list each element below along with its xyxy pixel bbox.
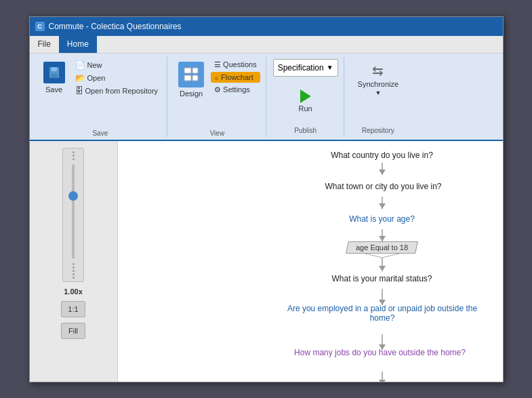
view-buttons: ☰ Questions ⬦ Flowchart ⚙ Settings: [211, 59, 260, 96]
open-from-repository-button[interactable]: 🗄 Open from Repository: [72, 85, 162, 97]
zoom-fill-button[interactable]: Fill: [61, 323, 85, 339]
main-content: 1.00x 1:1 Fill: [30, 141, 503, 382]
synchronize-button[interactable]: ⇆ Synchronize ▼: [351, 59, 406, 100]
svg-rect-2: [51, 74, 58, 78]
zoom-thumb[interactable]: [68, 191, 78, 201]
svg-marker-15: [379, 203, 386, 209]
zoom-marker-6: [73, 270, 75, 272]
svg-rect-3: [184, 68, 191, 73]
zoom-marker-5: [73, 266, 75, 268]
window-title: Commute - Colectica Questionnaires: [49, 22, 182, 31]
svg-marker-14: [379, 170, 386, 175]
svg-rect-4: [192, 68, 198, 73]
question-1[interactable]: What country do you live in?: [314, 151, 450, 160]
design-icon: [178, 62, 204, 87]
repository-group-label: Repository: [362, 125, 394, 134]
design-button[interactable]: Design: [174, 59, 208, 100]
view-controls: Design ☰ Questions ⬦ Flowchart ⚙ Setting…: [174, 56, 260, 128]
svg-marker-17: [379, 266, 386, 271]
sync-dropdown-icon: ▼: [375, 89, 381, 96]
sync-icon: ⇆: [372, 62, 384, 79]
open-button[interactable]: 📂 Open: [72, 72, 162, 84]
ribbon: Save 📄 New 📂 Open 🗄 Open from Repository: [30, 54, 503, 141]
svg-rect-6: [192, 75, 198, 81]
zoom-marker-8: [73, 277, 75, 279]
question-2[interactable]: What town or city do you live in?: [302, 182, 465, 191]
save-label: Save: [45, 85, 62, 94]
questions-icon: ☰: [214, 60, 221, 69]
app-icon: C: [35, 22, 45, 31]
condition-1[interactable]: age Equal to 18: [338, 237, 426, 258]
menu-home[interactable]: Home: [59, 36, 97, 53]
save-group-label: Save: [92, 128, 108, 137]
new-button[interactable]: 📄 New: [72, 59, 162, 71]
ribbon-group-repository: ⇆ Synchronize ▼ Repository: [346, 56, 411, 137]
run-button[interactable]: Run: [292, 81, 319, 121]
ribbon-group-save: Save 📄 New 📂 Open 🗄 Open from Repository: [34, 56, 168, 137]
save-icon: [43, 62, 65, 83]
new-icon: 📄: [75, 60, 85, 70]
settings-icon: ⚙: [214, 85, 221, 94]
settings-button[interactable]: ⚙ Settings: [211, 84, 260, 96]
new-open-group: 📄 New 📂 Open 🗄 Open from Repository: [72, 59, 162, 97]
zoom-slider-container: [62, 148, 84, 282]
ribbon-group-view: Design ☰ Questions ⬦ Flowchart ⚙ Setting…: [169, 56, 266, 137]
svg-rect-1: [52, 67, 57, 71]
canvas-area[interactable]: What country do you live in? What town o…: [118, 141, 503, 382]
ribbon-group-publish: Specification ▼ Run Publish: [268, 56, 344, 137]
zoom-top-marker: [73, 151, 75, 153]
zoom-track[interactable]: [72, 164, 75, 259]
flowchart-svg: [118, 141, 503, 382]
menu-file[interactable]: File: [30, 36, 59, 53]
flowchart-icon: ⬦: [214, 73, 219, 81]
main-window: C Commute - Colectica Questionnaires Fil…: [29, 16, 504, 382]
zoom-marker-7: [73, 273, 75, 275]
questions-button[interactable]: ☰ Questions: [211, 59, 260, 71]
title-bar: C Commute - Colectica Questionnaires: [30, 17, 503, 36]
design-label: Design: [180, 89, 203, 98]
repo-open-icon: 🗄: [75, 86, 83, 96]
publish-group-label: Publish: [294, 125, 316, 134]
save-button[interactable]: Save: [39, 59, 69, 96]
flowchart-button[interactable]: ⬦ Flowchart: [211, 72, 260, 83]
run-icon: [300, 89, 311, 103]
question-5[interactable]: Are you employed in a paid or unpaid job…: [286, 304, 479, 323]
specification-dropdown[interactable]: Specification ▼: [273, 59, 338, 77]
svg-marker-20: [379, 380, 386, 382]
zoom-marker-2: [73, 155, 75, 157]
zoom-marker-3: [73, 158, 75, 160]
menu-bar: File Home: [30, 36, 503, 54]
question-6[interactable]: How many jobs do you have outside the ho…: [289, 348, 472, 357]
zoom-level-label: 1.00x: [64, 287, 83, 296]
view-group-label: View: [210, 128, 225, 137]
condition-label: age Equal to 18: [346, 241, 418, 254]
svg-rect-5: [184, 75, 191, 81]
zoom-marker-4: [73, 263, 75, 265]
question-4[interactable]: What is your marital status?: [309, 274, 455, 283]
zoom-1-1-button[interactable]: 1:1: [61, 301, 85, 317]
question-3[interactable]: What is your age?: [328, 214, 436, 224]
chevron-down-icon: ▼: [327, 64, 333, 71]
open-icon: 📂: [75, 73, 85, 83]
zoom-panel: 1.00x 1:1 Fill: [30, 141, 118, 382]
